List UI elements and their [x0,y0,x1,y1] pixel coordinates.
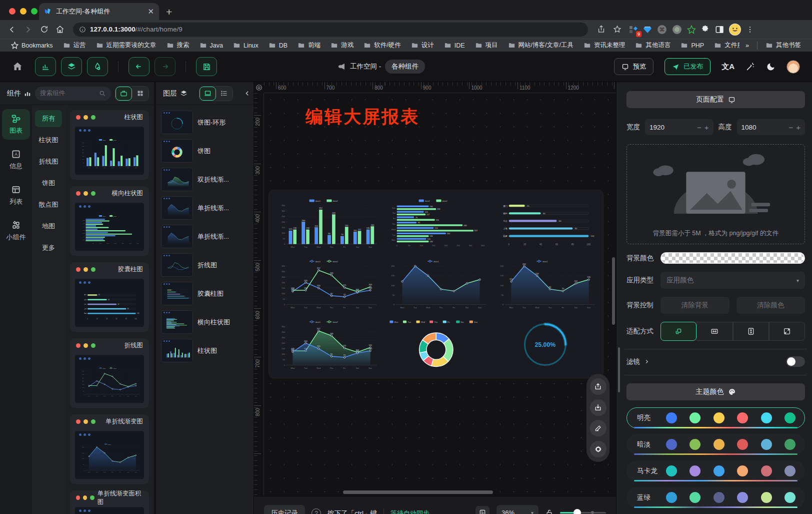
collapse-panel-icon[interactable] [244,90,250,97]
dark-mode-icon[interactable] [766,62,776,72]
browser-profile-avatar[interactable] [729,24,741,36]
reload-icon[interactable] [37,23,51,37]
star-extension-icon[interactable] [687,25,696,34]
bookmark-item[interactable]: 搜索 [162,41,194,50]
zoom-select[interactable]: 36% ▾ [496,505,538,514]
workspace-name-pill[interactable]: 各种组件 [385,60,425,74]
tab-group-extension-icon[interactable]: 9 [629,25,638,34]
fit-height-button[interactable] [733,322,769,341]
bookmark-item[interactable]: 游戏 [326,41,358,50]
list-view-button[interactable] [216,87,232,101]
ruler-eye-icon[interactable] [254,82,264,93]
height-stepper[interactable]: 1080 − + [737,119,806,135]
category-地图[interactable]: 地图 [35,218,62,235]
category-所有[interactable]: 所有 [35,110,62,127]
import-button[interactable] [590,399,606,416]
theme-row-暗淡[interactable]: 暗淡 [626,434,805,455]
zoom-slider[interactable] [560,512,606,513]
layer-item-horizontal-bar[interactable]: 横向柱状图 [159,308,250,336]
detail-panel-toggle-button[interactable] [87,57,108,76]
chevron-right-icon[interactable] [644,359,650,364]
forward-icon[interactable] [21,23,35,37]
bookmark-item[interactable]: 设计 [407,41,438,50]
bookmark-item[interactable]: PHP [676,42,708,49]
preview-button[interactable]: 预览 [614,58,654,75]
component-card-capsule[interactable]: 胶囊柱图厦门20南阳40北京60上海80新疆100020406080100 [70,262,149,332]
layer-item-single-line-gradient-area[interactable]: 单折线渐... [159,222,250,251]
thumbnail-view-button[interactable] [200,87,216,101]
bookmark-item[interactable]: 运营 [59,41,90,50]
panel-scrollbar[interactable] [618,347,620,392]
bookmark-item[interactable]: 资讯未整理 [580,41,630,50]
category-折线图[interactable]: 折线图 [35,153,62,170]
layer-item-grouped-bar[interactable]: 柱状图 [159,336,250,365]
vertical-scrollbar[interactable] [612,257,615,325]
zoom-slider-knob[interactable] [574,509,581,514]
user-avatar[interactable] [786,60,800,74]
publish-button[interactable]: 已发布 [664,58,710,75]
layer-item-line[interactable]: 折线图 [159,251,250,279]
chart-horizontal-bar[interactable]: data1data2050100150200250300350Mon120130… [382,193,491,254]
decrement-icon[interactable]: − [697,123,702,132]
bg-color-swatch[interactable] [660,252,805,264]
bookmark-item[interactable]: 前端 [294,41,324,50]
layers-panel-toggle-button[interactable] [61,57,82,76]
chart-grouped-bar[interactable]: data1data2050100150200250300350MonTueWed… [272,193,382,254]
chart-double-line-gradient-area[interactable]: data1data2050100150200250300350MonTueWed… [272,314,382,375]
bookmark-item[interactable]: DB [264,42,292,49]
history-button[interactable]: 历史记录 [264,505,305,514]
home-icon[interactable] [53,23,67,37]
background-upload-dropzone[interactable]: 背景图需小于 5M ，格式为 png/jpg/gif 的文件 [626,144,805,244]
canvas[interactable]: 6007008009001000110012001300 20030040050… [254,82,616,514]
component-search-input[interactable]: 搜索组件 [35,87,111,101]
component-card-horizontal-bar[interactable]: 横向柱状图data1data2050100150200250300350MonT… [70,186,149,256]
bookmark-item[interactable]: Linux [229,42,262,49]
component-card-single-line-gradient-area[interactable]: 单折线渐变面积图data1050100150200MonTueWedThuFri… [70,490,149,514]
bookmark-item[interactable]: 其他语言 [631,41,674,50]
fit-scale-button[interactable] [660,322,696,341]
side-panel-icon[interactable] [715,25,724,34]
bookmark-item[interactable]: Java [196,42,227,49]
puzzle-extensions-icon[interactable] [701,25,710,34]
increment-icon[interactable]: + [704,123,709,132]
app-type-select[interactable]: 应用颜色 ▾ [660,272,805,289]
chart-line[interactable]: data1data2050100150200250300350MonTueWed… [272,254,382,314]
tab-close-icon[interactable]: ✕ [148,7,154,16]
browser-tab[interactable]: 工作空间-各种组件 ✕ [39,3,159,20]
category-饼图[interactable]: 饼图 [35,175,62,192]
category-柱状图[interactable]: 柱状图 [35,132,62,149]
bookmark-item[interactable]: 软件/硬件 [360,41,404,50]
back-icon[interactable] [5,23,19,37]
bookmark-item[interactable]: IDE [440,42,469,49]
new-tab-button[interactable]: + [166,6,172,18]
dashboard-group[interactable]: data1data2050100150200250300350MonTueWed… [269,190,603,378]
bookmark-item[interactable]: 项目 [471,41,502,50]
help-icon[interactable]: ? [312,508,321,514]
edit-button[interactable] [590,420,606,436]
sidebar-item-信息[interactable]: A信息 [2,145,30,175]
component-card-line[interactable]: 折线图data1data2050100150200250300350MonTue… [70,338,149,408]
theme-row-马卡龙[interactable]: 马卡龙 [626,460,805,481]
horizontal-scrollbar[interactable] [343,490,493,494]
address-bar[interactable]: 127.0.0.1:3000/#/chart/home/9 [73,23,588,37]
layer-item-donut[interactable]: 饼图 [159,137,250,165]
app-home-icon[interactable] [12,61,23,72]
clear-color-button[interactable]: 清除颜色 [736,297,806,314]
chart-donut[interactable]: MonTueWedThuFriSatSun [382,314,491,375]
chart-capsule[interactable]: 厦门20南阳40北京60上海80新疆100020406080100 [490,193,600,254]
browser-menu-icon[interactable] [746,26,754,34]
magic-wand-icon[interactable] [746,62,755,72]
bookmarks-overflow-button[interactable]: » [742,42,753,49]
align-panel-button[interactable] [476,506,490,514]
theme-color-header[interactable]: 主题颜色 [626,383,805,400]
page-config-header[interactable]: 页面配置 [626,91,805,108]
save-button[interactable] [196,57,217,76]
single-column-view-button[interactable] [116,87,132,101]
window-minimize-button[interactable] [20,8,26,15]
window-zoom-button[interactable] [31,8,38,15]
chart-single-line-gradient[interactable]: data1050100150200MonTueWedThuFriSatSun [382,254,491,314]
component-card-grouped-bar[interactable]: 柱状图data1data2050100150200250300350MonTue… [70,110,149,180]
component-card-single-line-gradient[interactable]: 单折线渐变图data1050100150200MonTueWedThuFriSa… [70,414,149,484]
layer-item-single-line-gradient[interactable]: 单折线渐... [159,194,250,222]
theme-row-蓝绿[interactable]: 蓝绿 [626,487,805,508]
